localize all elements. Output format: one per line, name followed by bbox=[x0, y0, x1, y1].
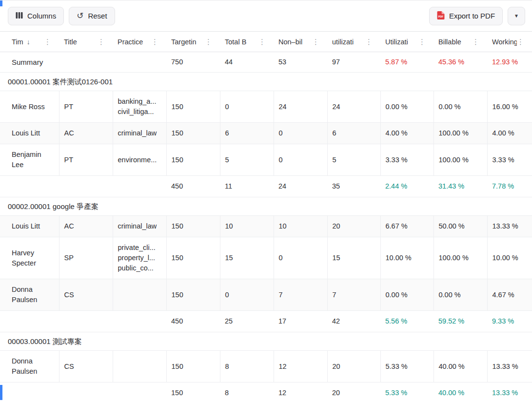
value-cell: 5 bbox=[220, 144, 274, 176]
col-header-title[interactable]: Title⋮ bbox=[59, 32, 113, 52]
title-cell: PT bbox=[59, 91, 113, 123]
header-row: Tim ↓ ⋮ Title⋮ Practice⋮ Targetin⋮ Total… bbox=[0, 32, 532, 52]
column-menu-icon[interactable]: ⋮ bbox=[258, 38, 266, 46]
columns-button-label: Columns bbox=[27, 12, 56, 20]
column-menu-icon[interactable]: ⋮ bbox=[44, 38, 51, 46]
edge-accent-top bbox=[0, 0, 2, 6]
subtotal-value-cell: 24 bbox=[274, 176, 327, 197]
summary-label-cell: Summary bbox=[0, 52, 59, 73]
grid-body: Summary 750 44 53 97 5.87 % 45.36 % 12.9… bbox=[0, 52, 532, 401]
pdf-file-icon: PDF bbox=[437, 11, 445, 21]
percent-cell: 13.33 % bbox=[487, 216, 532, 237]
practice-area-cell: banking_a... civil_litiga... bbox=[113, 91, 166, 123]
grid-header: Tim ↓ ⋮ Title⋮ Practice⋮ Targetin⋮ Total… bbox=[0, 32, 532, 52]
timekeeper-cell: Mike Ross bbox=[0, 91, 59, 123]
reset-button[interactable]: ↺ Reset bbox=[69, 7, 115, 25]
col-header-label: Total B bbox=[225, 38, 246, 46]
col-header-non-billable[interactable]: Non–bil⋮ bbox=[274, 32, 327, 52]
empty-cell bbox=[113, 176, 166, 197]
subtotal-percent-cell: 2.44 % bbox=[380, 176, 433, 197]
practice-area-cell: criminal_law bbox=[113, 123, 166, 144]
column-menu-icon[interactable]: ⋮ bbox=[418, 38, 426, 46]
timekeeper-cell: Louis Litt bbox=[0, 216, 59, 237]
col-header-targeting[interactable]: Targetin⋮ bbox=[166, 32, 220, 52]
subtotal-percent-cell: 59.52 % bbox=[433, 311, 487, 332]
percent-cell: 50.00 % bbox=[433, 216, 487, 237]
subtotal-value-cell: 450 bbox=[166, 311, 220, 332]
group-header-row: 00003.00001 測試專案 bbox=[0, 332, 532, 351]
col-header-label: Targetin bbox=[171, 38, 197, 46]
column-menu-icon[interactable]: ⋮ bbox=[312, 38, 319, 46]
column-menu-icon[interactable]: ⋮ bbox=[365, 38, 373, 46]
percent-cell: 10.00 % bbox=[380, 237, 433, 279]
subtotal-percent-cell: 40.00 % bbox=[433, 382, 487, 401]
column-menu-icon[interactable]: ⋮ bbox=[98, 38, 105, 46]
empty-cell bbox=[113, 311, 166, 332]
value-cell: 10 bbox=[274, 216, 327, 237]
subtotal-value-cell: 8 bbox=[220, 382, 274, 401]
title-cell: PT bbox=[59, 144, 113, 176]
subtotal-row: 450 11 24 35 2.44 % 31.43 % 7.78 % bbox=[0, 176, 532, 197]
sort-descending-icon[interactable]: ↓ bbox=[27, 38, 30, 46]
value-cell: 5 bbox=[327, 144, 380, 176]
subtotal-value-cell: 150 bbox=[166, 382, 220, 401]
empty-cell bbox=[0, 311, 59, 332]
summary-percent-cell: 5.87 % bbox=[380, 52, 433, 73]
practice-area-cell bbox=[113, 279, 166, 311]
col-header-utilization[interactable]: utilizati⋮ bbox=[327, 32, 380, 52]
subtotal-percent-cell: 13.33 % bbox=[487, 382, 532, 401]
col-header-label: utilizati bbox=[332, 38, 354, 46]
subtotal-value-cell: 17 bbox=[274, 311, 327, 332]
empty-cell bbox=[59, 52, 113, 73]
col-header-utilization-rate[interactable]: Utilizati⋮ bbox=[380, 32, 433, 52]
svg-text:PDF: PDF bbox=[438, 15, 444, 18]
practice-area-cell: criminal_law bbox=[113, 216, 166, 237]
practice-area-cell: environme... bbox=[113, 144, 166, 176]
col-header-total-billable[interactable]: Total B⋮ bbox=[220, 32, 274, 52]
percent-cell: 13.33 % bbox=[487, 351, 532, 382]
column-menu-icon[interactable]: ⋮ bbox=[517, 38, 524, 46]
percent-cell: 5.33 % bbox=[380, 351, 433, 382]
toolbar: Columns ↺ Reset PDF Export to PDF ▼ bbox=[0, 0, 532, 31]
subtotal-value-cell: 20 bbox=[327, 382, 380, 401]
summary-value-cell: 44 bbox=[220, 52, 274, 73]
column-menu-icon[interactable]: ⋮ bbox=[472, 38, 479, 46]
col-header-timekeeper[interactable]: Tim ↓ ⋮ bbox=[0, 32, 59, 52]
group-header-row: 00001.00001 案件测试0126-001 bbox=[0, 73, 532, 91]
col-header-label: Non–bil bbox=[278, 38, 302, 46]
percent-cell: 10.00 % bbox=[487, 237, 532, 279]
value-cell: 10 bbox=[220, 216, 274, 237]
subtotal-row: 150 8 12 20 5.33 % 40.00 % 13.33 % bbox=[0, 382, 532, 401]
subtotal-value-cell: 11 bbox=[220, 176, 274, 197]
data-row: Benjamin Lee PT environme... 150 5 0 5 3… bbox=[0, 144, 532, 176]
col-header-working[interactable]: Working⋮ bbox=[487, 32, 532, 52]
value-cell: 150 bbox=[166, 216, 220, 237]
value-cell: 150 bbox=[166, 279, 220, 311]
value-cell: 150 bbox=[166, 237, 220, 279]
column-menu-icon[interactable]: ⋮ bbox=[151, 38, 158, 46]
value-cell: 7 bbox=[274, 279, 327, 311]
data-row: Donna Paulsen CS 150 0 7 7 0.00 % 0.00 %… bbox=[0, 279, 532, 311]
col-header-practice[interactable]: Practice⋮ bbox=[113, 32, 166, 52]
empty-cell bbox=[113, 52, 166, 73]
value-cell: 12 bbox=[274, 351, 327, 382]
col-header-label: Title bbox=[64, 38, 77, 46]
col-header-billable[interactable]: Billable⋮ bbox=[433, 32, 487, 52]
summary-percent-cell: 12.93 % bbox=[487, 52, 532, 73]
value-cell: 150 bbox=[166, 144, 220, 176]
value-cell: 150 bbox=[166, 123, 220, 144]
title-cell: CS bbox=[59, 351, 113, 382]
value-cell: 15 bbox=[327, 237, 380, 279]
timekeeper-cell: Donna Paulsen bbox=[0, 279, 59, 311]
data-row: Louis Litt AC criminal_law 150 10 10 20 … bbox=[0, 216, 532, 237]
title-cell: SP bbox=[59, 237, 113, 279]
export-pdf-button[interactable]: PDF Export to PDF bbox=[429, 7, 503, 25]
export-options-caret-button[interactable]: ▼ bbox=[508, 7, 525, 25]
value-cell: 15 bbox=[220, 237, 274, 279]
value-cell: 8 bbox=[220, 351, 274, 382]
column-menu-icon[interactable]: ⋮ bbox=[205, 38, 212, 46]
value-cell: 7 bbox=[327, 279, 380, 311]
title-cell: CS bbox=[59, 279, 113, 311]
columns-button[interactable]: Columns bbox=[8, 7, 64, 25]
empty-cell bbox=[113, 382, 166, 401]
